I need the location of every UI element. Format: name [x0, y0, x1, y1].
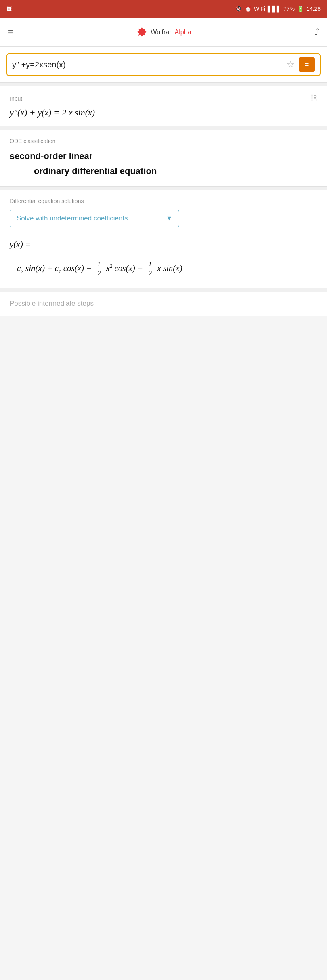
solution-rhs: c2 sin(x) + c1 cos(x) − 1 2 x2 cos(x) + …: [10, 256, 317, 280]
intermediate-label[interactable]: Possible intermediate steps: [10, 300, 94, 307]
ode-line2: ordinary differential equation: [10, 164, 317, 178]
fraction-numerator-2: 1: [147, 260, 153, 269]
divider-2: [0, 126, 327, 130]
wolfram-star-icon: ✸: [136, 25, 147, 40]
input-section: Input ⛓ y″(x) + y(x) = 2 x sin(x): [0, 86, 327, 126]
input-label: Input: [10, 95, 22, 102]
favorite-icon[interactable]: ☆: [287, 59, 295, 70]
battery-icon: 🔋: [297, 6, 304, 12]
equals-button[interactable]: =: [299, 57, 315, 72]
signal-icon: ▋▋▋: [268, 6, 281, 12]
logo-wolfram: Wolfram: [151, 29, 174, 36]
status-left: 🖼: [6, 6, 12, 12]
divider-1: [0, 83, 327, 86]
ode-label: ODE classification: [10, 138, 56, 144]
input-header: Input ⛓: [10, 94, 317, 103]
solutions-label: Differential equation solutions: [10, 198, 84, 204]
intermediate-section: Possible intermediate steps: [0, 292, 327, 316]
fraction-denominator-2: 2: [147, 269, 153, 278]
ode-classification: second-order linear ordinary differentia…: [10, 149, 317, 178]
time-display: 14:28: [306, 6, 321, 12]
input-math: y″(x) + y(x) = 2 x sin(x): [10, 107, 317, 118]
solution-lhs: y(x) =: [10, 235, 317, 254]
search-area: ☆ =: [0, 47, 327, 83]
top-nav: ✸ WolframAlpha ⤴: [0, 18, 327, 47]
fraction-numerator: 1: [96, 260, 103, 269]
method-dropdown[interactable]: Solve with undetermined coefficients: [10, 210, 179, 227]
ode-header: ODE classification: [10, 138, 317, 144]
solutions-section: Differential equation solutions Solve wi…: [0, 190, 327, 288]
ode-line1: second-order linear: [10, 149, 317, 163]
logo-alpha: Alpha: [175, 29, 191, 36]
photo-icon: 🖼: [6, 6, 12, 12]
status-right: 🔇 ⏰ WiFi ▋▋▋ 77% 🔋 14:28: [235, 6, 321, 12]
wifi-icon: WiFi: [254, 6, 265, 12]
divider-4: [0, 288, 327, 292]
search-input[interactable]: [12, 60, 283, 69]
menu-icon[interactable]: [8, 27, 13, 38]
mute-icon: 🔇: [235, 6, 242, 12]
ode-section: ODE classification second-order linear o…: [0, 130, 327, 187]
logo-text: WolframAlpha: [151, 29, 191, 36]
solutions-header: Differential equation solutions: [10, 198, 317, 204]
divider-3: [0, 187, 327, 190]
link-icon[interactable]: ⛓: [310, 94, 317, 103]
clock-icon: ⏰: [245, 6, 252, 12]
share-icon[interactable]: ⤴: [314, 27, 319, 38]
battery-percent: 77%: [283, 6, 295, 12]
fraction-denominator: 2: [96, 269, 103, 278]
method-label: Solve with undetermined coefficients: [17, 214, 128, 222]
logo: ✸ WolframAlpha: [136, 25, 191, 40]
solution-formula: y(x) = c2 sin(x) + c1 cos(x) − 1 2 x2 co…: [10, 235, 317, 280]
status-bar: 🖼 🔇 ⏰ WiFi ▋▋▋ 77% 🔋 14:28: [0, 0, 327, 18]
dropdown-arrow-icon: [166, 215, 172, 222]
search-box: ☆ =: [6, 53, 321, 76]
